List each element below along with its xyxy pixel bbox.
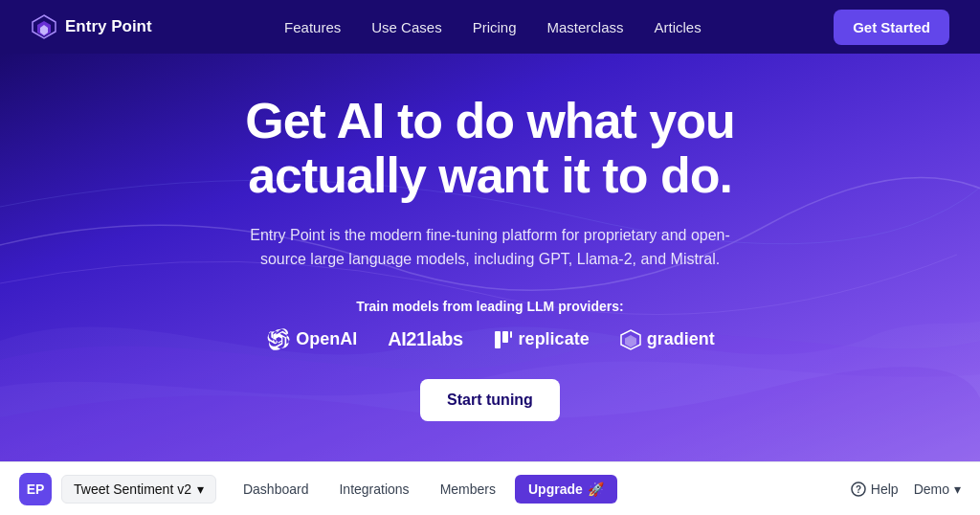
help-icon: ? bbox=[851, 481, 866, 497]
get-started-button[interactable]: Get Started bbox=[834, 10, 949, 45]
start-tuning-button[interactable]: Start tuning bbox=[420, 379, 560, 421]
openai-label: OpenAI bbox=[296, 329, 357, 349]
openai-icon bbox=[265, 327, 290, 352]
demo-chevron-icon: ▾ bbox=[954, 481, 961, 497]
provider-openai: OpenAI bbox=[265, 327, 357, 352]
upgrade-rocket-icon: 🚀 bbox=[588, 481, 604, 497]
provider-replicate: replicate bbox=[494, 329, 590, 349]
hero-subtitle: Entry Point is the modern fine-tuning pl… bbox=[241, 223, 739, 272]
svg-marker-7 bbox=[625, 335, 636, 347]
hero-title: Get AI to do what you actually want it t… bbox=[174, 94, 806, 203]
nav-dashboard[interactable]: Dashboard bbox=[232, 476, 321, 503]
provider-gradient: gradient bbox=[620, 329, 715, 350]
nav-pricing[interactable]: Pricing bbox=[473, 19, 517, 35]
brand-logo[interactable]: Entry Point bbox=[31, 13, 152, 40]
svg-rect-4 bbox=[502, 331, 508, 343]
providers-row: OpenAI AI21labs replicate bbox=[174, 327, 806, 352]
provider-ai21: AI21labs bbox=[388, 328, 462, 350]
nav-links: Features Use Cases Pricing Masterclass A… bbox=[284, 19, 702, 35]
demo-label: Demo bbox=[914, 481, 949, 497]
nav-use-cases[interactable]: Use Cases bbox=[371, 19, 441, 35]
ai21-label: AI21labs bbox=[388, 328, 462, 350]
help-label: Help bbox=[871, 481, 899, 497]
project-dropdown[interactable]: Tweet Sentiment v2 ▾ bbox=[61, 475, 216, 504]
nav-features[interactable]: Features bbox=[284, 19, 341, 35]
help-link[interactable]: ? Help bbox=[851, 481, 899, 497]
nav-integrations[interactable]: Integrations bbox=[327, 476, 420, 503]
replicate-icon bbox=[494, 330, 513, 349]
replicate-label: replicate bbox=[519, 329, 590, 349]
hero-section: Get AI to do what you actually want it t… bbox=[0, 54, 980, 461]
providers-label: Train models from leading LLM providers: bbox=[174, 299, 806, 314]
dropdown-chevron-icon: ▾ bbox=[197, 481, 204, 497]
upgrade-button[interactable]: Upgrade 🚀 bbox=[515, 475, 617, 504]
nav-articles[interactable]: Articles bbox=[655, 19, 702, 35]
svg-text:?: ? bbox=[856, 484, 861, 495]
gradient-label: gradient bbox=[647, 329, 715, 349]
brand-name: Entry Point bbox=[65, 17, 152, 36]
demo-dropdown[interactable]: Demo ▾ bbox=[914, 481, 961, 497]
brand-icon bbox=[31, 13, 57, 40]
project-dropdown-label: Tweet Sentiment v2 bbox=[74, 481, 191, 497]
upgrade-label: Upgrade bbox=[528, 481, 583, 497]
svg-rect-3 bbox=[495, 331, 501, 348]
bottom-nav: Dashboard Integrations Members Upgrade 🚀 bbox=[232, 475, 851, 504]
nav-masterclass[interactable]: Masterclass bbox=[547, 19, 624, 35]
app-icon: EP bbox=[19, 473, 52, 505]
gradient-icon bbox=[620, 329, 641, 350]
hero-content: Get AI to do what you actually want it t… bbox=[155, 94, 825, 421]
svg-rect-5 bbox=[510, 331, 512, 338]
nav-members[interactable]: Members bbox=[429, 476, 507, 503]
navbar: Entry Point Features Use Cases Pricing M… bbox=[0, 0, 980, 54]
bottom-right: ? Help Demo ▾ bbox=[851, 481, 961, 497]
bottom-bar: EP Tweet Sentiment v2 ▾ Dashboard Integr… bbox=[0, 461, 980, 515]
